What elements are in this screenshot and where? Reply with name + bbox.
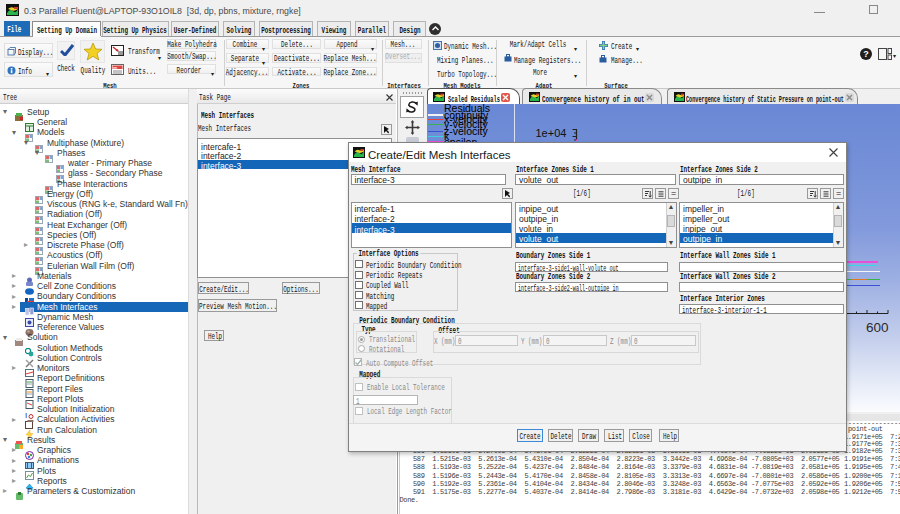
svg-text:mm: mm bbox=[113, 66, 117, 70]
